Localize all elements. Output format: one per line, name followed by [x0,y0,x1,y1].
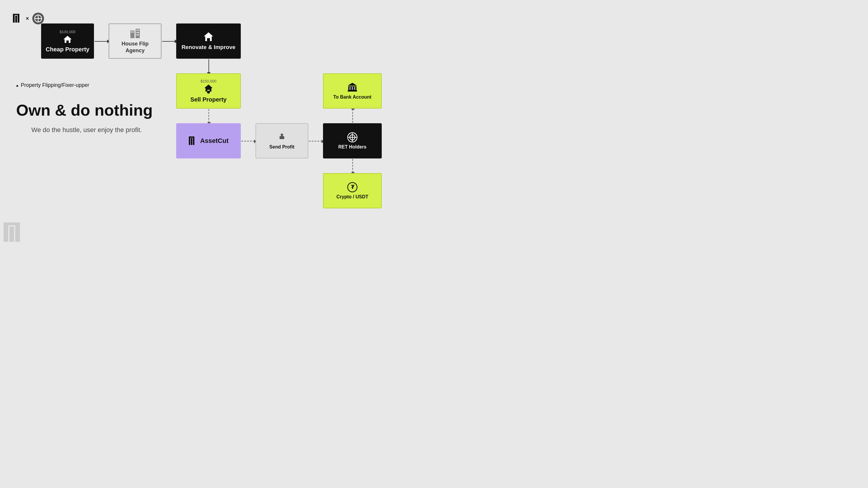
svg-rect-18 [138,34,139,35]
circle-logo-icon [32,12,44,25]
ret-holders-box: RET Holders [323,123,382,159]
svg-rect-16 [138,32,139,33]
svg-rect-15 [136,32,137,33]
ret-icon [347,132,358,142]
svg-rect-1 [15,15,17,23]
to-bank-account-box: To Bank Account [323,73,382,108]
svg-rect-35 [348,90,357,92]
assetcut-icon [188,136,198,145]
dashed-ret-crypto [352,159,353,172]
svg-rect-0 [13,14,15,23]
house-icon [63,35,72,44]
assetcut-inner: AssetCut [188,136,229,145]
house-flip-label: House Flip Agency [112,40,158,54]
house2-icon [203,32,214,42]
svg-marker-8 [63,36,72,43]
house-flip-box: House Flip Agency [108,24,161,59]
renovate-box: Renovate & Improve [176,24,241,59]
send-profit-label: Send Profit [269,144,294,150]
svg-rect-43 [9,227,14,242]
svg-rect-44 [15,224,20,242]
svg-marker-29 [280,133,284,135]
dashed-ac-sendprofit [241,141,255,141]
arrow-hfa-ri [162,41,175,42]
svg-rect-3 [13,14,20,15]
svg-rect-9 [130,31,134,38]
crypto-usdt-box: ₮ Crypto / USDT [323,173,382,208]
svg-text:₮: ₮ [351,184,355,190]
cheap-property-box: $100,000 Cheap Property [41,24,94,59]
svg-rect-10 [136,29,140,38]
send-profit-box: Send Profit [255,123,308,159]
watermark [0,220,35,244]
assetcut-text: AssetCut [200,137,229,145]
renovate-label: Renovate & Improve [182,44,236,51]
svg-rect-13 [136,30,137,31]
svg-rect-25 [193,137,194,145]
svg-rect-20 [207,38,210,41]
svg-rect-2 [18,14,20,23]
dashed-sp-ac [209,109,209,123]
to-bank-label: To Bank Account [333,95,371,100]
svg-rect-26 [189,136,194,138]
cheap-price-label: $100,000 [60,30,75,34]
svg-rect-12 [133,31,134,33]
diagram: $100,000 Cheap Property Hou [41,24,423,223]
building-icon [130,28,141,39]
svg-marker-21 [205,85,213,92]
svg-rect-45 [3,222,20,225]
cheap-property-label: Cheap Property [46,46,90,53]
svg-rect-11 [131,31,132,33]
assetcut-box: AssetCut [176,123,241,159]
page: × • Property Flipping/Fixer-upper Own & … [0,0,434,244]
svg-marker-36 [348,83,357,86]
svg-rect-23 [189,137,190,145]
columns-logo-icon [12,13,23,24]
arrow-cp-hfa [95,41,108,42]
sell-icon [203,84,214,95]
tether-icon: ₮ [347,182,358,193]
arrow-ri-sp [209,59,209,73]
dashed-sp-ret [309,141,322,141]
sell-property-box: $150,000 Sell Property [176,73,241,108]
send-icon [277,132,287,142]
crypto-label: Crypto / USDT [337,194,368,199]
dashed-ret-bank [352,109,353,123]
ret-holders-label: RET Holders [338,144,367,150]
svg-rect-14 [138,30,139,31]
svg-rect-17 [136,34,137,35]
bullet-dot: • [16,82,19,90]
header-logos: × [12,12,44,25]
svg-rect-42 [3,224,8,242]
svg-rect-39 [354,87,355,90]
sell-property-label: Sell Property [190,96,226,103]
logo-x: × [26,15,29,22]
sell-price-label: $150,000 [200,79,216,83]
bank-icon [347,82,358,93]
svg-rect-38 [352,87,353,90]
svg-rect-24 [191,138,192,145]
svg-rect-37 [349,87,351,90]
